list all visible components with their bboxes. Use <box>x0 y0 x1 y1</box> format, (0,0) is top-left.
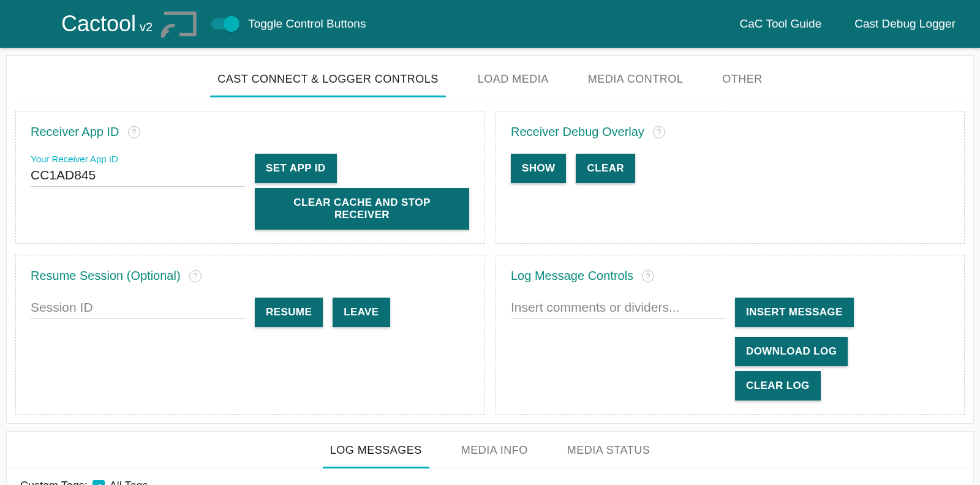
app-title: Cactool <box>61 11 136 37</box>
card-resume-session: Resume Session (Optional) ? RESUME LEAVE <box>15 255 484 415</box>
tab-media-status[interactable]: MEDIA STATUS <box>565 438 652 468</box>
card-receiver-app-id: Receiver App ID ? Your Receiver App ID S… <box>15 111 484 244</box>
all-tags-checkbox[interactable]: ✓ <box>92 480 105 486</box>
help-icon[interactable]: ? <box>653 126 665 138</box>
card-title-debug-overlay: Receiver Debug Overlay <box>511 125 644 139</box>
help-icon[interactable]: ? <box>128 126 140 138</box>
leave-button[interactable]: LEAVE <box>333 298 390 327</box>
log-panel: LOG MESSAGES MEDIA INFO MEDIA STATUS Cus… <box>6 431 974 485</box>
tab-cast-connect[interactable]: CAST CONNECT & LOGGER CONTROLS <box>215 67 440 97</box>
link-debug-logger[interactable]: Cast Debug Logger <box>854 17 956 31</box>
clear-overlay-button[interactable]: CLEAR <box>576 154 635 183</box>
link-guide[interactable]: CaC Tool Guide <box>739 17 821 31</box>
resume-button[interactable]: RESUME <box>255 298 323 327</box>
tab-other[interactable]: OTHER <box>720 67 765 97</box>
set-app-id-button[interactable]: SET APP ID <box>255 154 337 183</box>
svg-point-0 <box>162 33 166 37</box>
tab-load-media[interactable]: LOAD MEDIA <box>475 67 551 97</box>
receiver-app-id-label: Your Receiver App ID <box>31 154 245 164</box>
help-icon[interactable]: ? <box>642 270 654 282</box>
tab-media-control[interactable]: MEDIA CONTROL <box>586 67 686 97</box>
card-title-receiver-app: Receiver App ID <box>31 125 119 139</box>
clear-log-button[interactable]: CLEAR LOG <box>735 371 821 400</box>
topbar: Cactool v2 Toggle Control Buttons CaC To… <box>0 0 980 48</box>
clear-cache-stop-receiver-button[interactable]: CLEAR CACHE AND STOP RECEIVER <box>255 188 469 230</box>
log-tabs: LOG MESSAGES MEDIA INFO MEDIA STATUS <box>7 432 973 468</box>
download-log-button[interactable]: DOWNLOAD LOG <box>735 337 848 366</box>
card-title-resume-session: Resume Session (Optional) <box>31 269 181 283</box>
card-debug-overlay: Receiver Debug Overlay ? SHOW CLEAR <box>496 111 965 244</box>
toggle-label: Toggle Control Buttons <box>248 17 366 31</box>
tab-media-info[interactable]: MEDIA INFO <box>459 438 530 468</box>
insert-message-button[interactable]: INSERT MESSAGE <box>735 298 854 327</box>
toggle-control-buttons[interactable] <box>211 18 238 29</box>
all-tags-label: All Tags <box>110 479 148 485</box>
main-panel: CAST CONNECT & LOGGER CONTROLS LOAD MEDI… <box>6 55 974 424</box>
custom-tags-label: Custom Tags: <box>20 479 88 485</box>
tab-log-messages[interactable]: LOG MESSAGES <box>328 438 424 468</box>
cast-icon[interactable] <box>161 9 198 39</box>
help-icon[interactable]: ? <box>189 270 202 282</box>
receiver-app-id-input[interactable] <box>31 165 245 187</box>
card-log-controls: Log Message Controls ? INSERT MESSAGE DO… <box>496 255 965 415</box>
card-title-log-controls: Log Message Controls <box>511 269 633 283</box>
show-overlay-button[interactable]: SHOW <box>511 154 566 183</box>
session-id-input[interactable] <box>31 298 245 319</box>
main-tabs: CAST CONNECT & LOGGER CONTROLS LOAD MEDI… <box>15 56 965 97</box>
app-version: v2 <box>140 20 153 34</box>
log-comment-input[interactable] <box>511 298 725 319</box>
